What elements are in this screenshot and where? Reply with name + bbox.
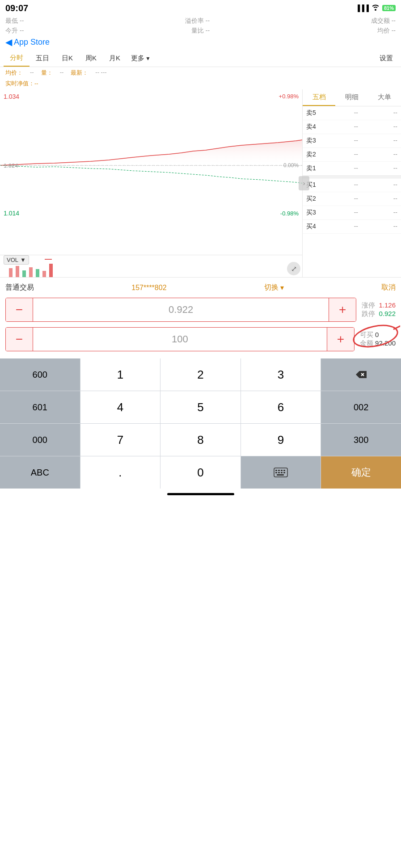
ob-sell3-price: -- — [393, 137, 397, 145]
numpad-key-[interactable] — [241, 456, 321, 489]
numpad-key-6[interactable]: 6 — [241, 391, 321, 423]
trade-switch-button[interactable]: 切换 ▾ — [264, 283, 284, 292]
tab-yuek[interactable]: 月K — [103, 51, 127, 66]
price-mid-pct: 0.00% — [283, 162, 299, 169]
chart-left: 1.034 +0.98% 1.024 0.00% 1.014 -0.98% VO… — [0, 89, 303, 277]
tab-settings[interactable]: 设置 — [375, 51, 397, 66]
qty-decrease-button[interactable]: − — [6, 328, 33, 351]
numpad-key-5[interactable]: 5 — [160, 391, 241, 423]
signal-icon: ▐▐▐ — [355, 4, 369, 12]
price-low-pct: -0.98% — [280, 210, 299, 217]
ob-buy4: 买4 -- -- — [303, 220, 401, 234]
trade-switch-label: 切换 — [264, 283, 279, 292]
numpad-key-[interactable] — [321, 358, 401, 391]
back-chevron-icon: ◀ — [5, 37, 12, 47]
numpad-key-0[interactable]: 0 — [160, 456, 241, 489]
info-bar: 均价： -- 量： -- 最新： -- --- — [0, 67, 401, 79]
qty-input-container: − + — [5, 327, 355, 351]
vol-svg — [0, 255, 302, 277]
app-store-back[interactable]: ◀ App Store — [0, 36, 401, 50]
price-decrease-button[interactable]: − — [6, 298, 33, 321]
numpad-key-000[interactable]: 000 — [0, 424, 80, 456]
price-side-info: 涨停 1.126 跌停 0.922 — [362, 301, 396, 318]
numpad-key-ABC[interactable]: ABC — [0, 456, 80, 489]
min-label: 最低 — [5, 17, 18, 25]
ob-tab-five[interactable]: 五档 — [303, 89, 335, 106]
cje-val: -- — [392, 17, 396, 25]
svg-rect-15 — [278, 470, 280, 471]
ob-tab-large[interactable]: 大单 — [368, 89, 401, 106]
numpad-key-002[interactable]: 002 — [321, 391, 401, 423]
numpad-key-300[interactable]: 300 — [321, 424, 401, 456]
ob-buy4-price: -- — [393, 223, 397, 231]
numpad-key-3[interactable]: 3 — [241, 358, 321, 391]
ob-buy2-qty: -- — [354, 195, 358, 203]
svg-rect-8 — [49, 264, 53, 277]
qty-input-row: − + 可买 0 金额 92.200 — [5, 327, 396, 351]
home-indicator — [0, 489, 401, 500]
trade-cancel-button[interactable]: 取消 — [381, 283, 396, 292]
status-bar: 09:07 ▐▐▐ 81% — [0, 0, 401, 16]
numpad-key-[interactable]: . — [80, 456, 160, 489]
svg-rect-4 — [22, 270, 26, 277]
stock-header-row2: 今升 -- 量比 -- 均价 -- — [0, 26, 401, 36]
numpad-key-7[interactable]: 7 — [80, 424, 160, 456]
status-time: 09:07 — [5, 3, 28, 13]
ob-sell4-label: 卖4 — [306, 123, 319, 131]
tab-fenshi[interactable]: 分时 — [4, 50, 30, 67]
tab-bar: 分时 五日 日K 周K 月K 更多 ▼ 设置 — [0, 50, 401, 67]
ob-sell4-qty: -- — [354, 123, 358, 131]
numpad-key-8[interactable]: 8 — [160, 424, 241, 456]
tab-more-label: 更多 — [131, 54, 144, 63]
numpad-key-600[interactable]: 600 — [0, 358, 80, 391]
min-val: -- — [20, 17, 24, 25]
numpad-key-1[interactable]: 1 — [80, 358, 160, 391]
tab-more-arrow-icon: ▼ — [145, 55, 151, 62]
numpad-key-2[interactable]: 2 — [160, 358, 241, 391]
ob-sell3-qty: -- — [354, 137, 358, 145]
wifi-icon — [371, 4, 380, 12]
ob-buy4-qty: -- — [354, 223, 358, 231]
collapse-arrow[interactable]: › — [299, 176, 309, 190]
tab-zhouk[interactable]: 周K — [79, 51, 103, 66]
numpad-key-601[interactable]: 601 — [0, 391, 80, 423]
numpad-key-9[interactable]: 9 — [241, 424, 321, 456]
ob-buy3: 买3 -- -- — [303, 206, 401, 220]
price-input[interactable] — [33, 298, 329, 321]
price-high: 1.034 — [4, 93, 19, 100]
ob-sell1-label: 卖1 — [306, 164, 319, 173]
price-input-container: − + — [5, 298, 356, 322]
lb-label: 量比 — [191, 27, 204, 35]
price-increase-button[interactable]: + — [329, 298, 356, 321]
ob-buy2: 买2 -- -- — [303, 192, 401, 206]
home-bar — [167, 493, 234, 495]
ob-buy3-qty: -- — [354, 209, 358, 217]
tab-rik[interactable]: 日K — [55, 51, 79, 66]
tab-more[interactable]: 更多 ▼ — [127, 51, 155, 66]
limit-up-label: 涨停 — [362, 301, 375, 309]
expand-arrows-icon: ⤢ — [291, 265, 297, 273]
limit-down-val: 0.922 — [379, 310, 396, 317]
ob-tab-detail[interactable]: 明细 — [335, 89, 368, 106]
ob-buy2-price: -- — [393, 195, 397, 203]
yzr-label: 溢价率 — [185, 17, 204, 25]
ob-sell1-qty: -- — [354, 164, 358, 173]
tab-wuri[interactable]: 五日 — [30, 51, 55, 66]
ob-sell2: 卖2 -- -- — [303, 148, 401, 162]
qty-increase-button[interactable]: + — [327, 328, 354, 351]
ob-sell4-price: -- — [393, 123, 397, 131]
avg-val: -- — [392, 27, 396, 35]
ob-buy4-label: 买4 — [306, 223, 319, 231]
numpad-key-[interactable]: 确定 — [321, 456, 401, 489]
numpad-key-4[interactable]: 4 — [80, 391, 160, 423]
price-low: 1.014 — [4, 210, 19, 217]
svg-rect-7 — [42, 271, 46, 277]
expand-icon[interactable]: ⤢ — [287, 262, 300, 275]
lb-val: -- — [206, 27, 210, 35]
ob-sell5-price: -- — [393, 109, 397, 117]
price-high-pct: +0.98% — [279, 93, 299, 100]
qty-input[interactable] — [33, 328, 327, 351]
ob-sell1-price: -- — [393, 164, 397, 173]
status-icons: ▐▐▐ 81% — [355, 4, 396, 12]
info-vol-label: 量： — [41, 69, 53, 77]
